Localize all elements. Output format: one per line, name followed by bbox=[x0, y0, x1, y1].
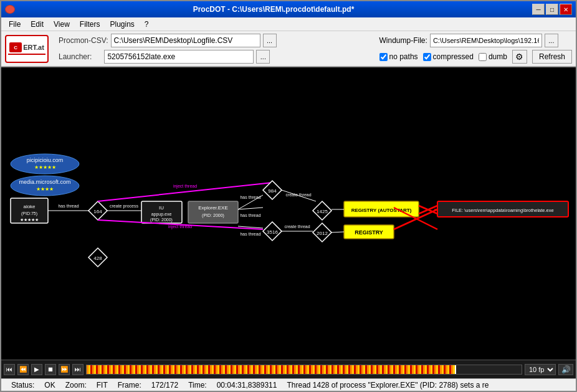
svg-rect-1 bbox=[1, 67, 576, 148]
window-title: ProcDOT - C:\Users\REM\.procdot\default.… bbox=[15, 5, 532, 14]
compressed-checkbox[interactable] bbox=[423, 53, 431, 61]
time-value: 00:04:31,8389311 bbox=[212, 381, 282, 390]
dumb-label: dumb bbox=[489, 52, 507, 61]
zoom-value: FIT bbox=[92, 381, 113, 390]
timeline-play-button[interactable]: ▶ bbox=[31, 364, 42, 375]
svg-text:appup.exe: appup.exe bbox=[151, 212, 172, 217]
title-bar: ProcDOT - C:\Users\REM\.procdot\default.… bbox=[1, 1, 576, 17]
svg-text:REGISTRY: REGISTRY bbox=[355, 229, 383, 236]
status-label: Status: bbox=[6, 381, 39, 390]
right-controls: Windump-File: ... no paths compressed du… bbox=[379, 34, 572, 64]
close-button[interactable]: ✕ bbox=[560, 4, 572, 15]
timeline-cursor bbox=[455, 365, 456, 374]
no-paths-label: no paths bbox=[389, 52, 418, 61]
svg-text:aloke: aloke bbox=[23, 204, 36, 209]
svg-text:428: 428 bbox=[93, 256, 102, 261]
compressed-group: compressed bbox=[423, 52, 474, 61]
graph-svg: picipicioiu.com ★★★★★ media.microsoft.co… bbox=[1, 67, 576, 348]
menu-edit[interactable]: Edit bbox=[26, 19, 49, 30]
procmon-row: Procmon-CSV: ... bbox=[59, 34, 277, 47]
fps-select[interactable]: 10 fps 5 fps 15 fps 20 fps 25 fps 30 fps bbox=[525, 364, 556, 375]
svg-text:2012: 2012 bbox=[317, 231, 328, 236]
svg-text:(PID: 2000): (PID: 2000) bbox=[150, 218, 173, 222]
svg-text:(PID:75): (PID:75) bbox=[21, 211, 37, 216]
timeline-progress bbox=[87, 365, 456, 374]
svg-text:(PID: 2000): (PID: 2000) bbox=[202, 213, 224, 218]
svg-text:984: 984 bbox=[268, 188, 277, 194]
maximize-button[interactable]: □ bbox=[546, 4, 558, 15]
svg-text:FILE: \users\rem\appdata\roami: FILE: \users\rem\appdata\roaming\brothel… bbox=[452, 208, 553, 213]
procmon-browse-button[interactable]: ... bbox=[263, 34, 277, 47]
logo-area: C ERT.at bbox=[5, 35, 49, 63]
svg-text:Explorer.EXE: Explorer.EXE bbox=[198, 205, 228, 211]
svg-text:has thread: has thread bbox=[240, 195, 260, 199]
refresh-button[interactable]: Refresh bbox=[532, 50, 572, 64]
compressed-label: compressed bbox=[433, 52, 474, 61]
svg-text:★★★★★: ★★★★★ bbox=[20, 218, 39, 222]
svg-text:1425: 1425 bbox=[317, 209, 328, 214]
svg-text:picipicioiu.com: picipicioiu.com bbox=[27, 157, 64, 163]
svg-text:★★★★★: ★★★★★ bbox=[34, 165, 56, 170]
status-value: OK bbox=[39, 381, 60, 390]
windump-input[interactable] bbox=[430, 34, 542, 47]
thread-info: Thread 1428 of process "Explorer.EXE" (P… bbox=[282, 381, 494, 390]
svg-text:create thread: create thread bbox=[284, 224, 310, 229]
procmon-input[interactable] bbox=[111, 34, 260, 47]
minimize-button[interactable]: ─ bbox=[532, 4, 545, 15]
timeline-next-button[interactable]: ⏩ bbox=[59, 364, 70, 375]
svg-text:create process: create process bbox=[110, 204, 138, 209]
canvas-area[interactable]: picipicioiu.com ★★★★★ media.microsoft.co… bbox=[1, 67, 576, 360]
window-controls: ─ □ ✕ bbox=[532, 4, 572, 15]
svg-text:media.microsoft.com: media.microsoft.com bbox=[19, 179, 70, 185]
svg-text:inject thread: inject thread bbox=[168, 224, 192, 229]
svg-text:has thread: has thread bbox=[58, 204, 79, 208]
volume-button[interactable]: 🔊 bbox=[558, 364, 573, 375]
menu-bar: File Edit View Filters Plugins ? bbox=[1, 17, 576, 31]
svg-text:create thread: create thread bbox=[285, 193, 311, 197]
launcher-label: Launcher: bbox=[59, 52, 92, 61]
dumb-group: dumb bbox=[479, 52, 507, 61]
windump-row: Windump-File: ... bbox=[379, 34, 572, 47]
status-bar: Status: OK Zoom: FIT Frame: 172/172 Time… bbox=[1, 378, 576, 391]
options-row: no paths compressed dumb ⚙ Refresh bbox=[379, 50, 572, 64]
title-bar-icon bbox=[5, 5, 15, 14]
timeline-track[interactable] bbox=[86, 365, 522, 375]
menu-filters[interactable]: Filters bbox=[75, 19, 105, 30]
launcher-browse-button[interactable]: ... bbox=[256, 50, 270, 64]
menu-view[interactable]: View bbox=[49, 19, 75, 30]
frame-label: Frame: bbox=[113, 381, 146, 390]
no-paths-checkbox[interactable] bbox=[379, 53, 388, 61]
no-paths-group: no paths bbox=[379, 52, 418, 61]
svg-text:has thread: has thread bbox=[240, 213, 260, 218]
main-window: ProcDOT - C:\Users\REM\.procdot\default.… bbox=[0, 0, 577, 392]
svg-text:IU: IU bbox=[159, 205, 164, 211]
menu-file[interactable]: File bbox=[4, 19, 26, 30]
settings-button[interactable]: ⚙ bbox=[512, 50, 527, 64]
timeline-prev-button[interactable]: ⏪ bbox=[17, 364, 29, 375]
windump-label: Windump-File: bbox=[379, 36, 427, 45]
svg-rect-62 bbox=[1, 273, 576, 348]
launcher-row: Launcher: ... bbox=[59, 50, 277, 64]
time-label: Time: bbox=[183, 381, 212, 390]
menu-help[interactable]: ? bbox=[140, 19, 154, 30]
windump-browse-button[interactable]: ... bbox=[545, 34, 558, 47]
menu-plugins[interactable]: Plugins bbox=[105, 19, 140, 30]
svg-text:★★★★: ★★★★ bbox=[36, 186, 54, 192]
launcher-input[interactable] bbox=[104, 50, 254, 64]
svg-text:inject thread: inject thread bbox=[173, 184, 197, 189]
timeline-to-start-button[interactable]: ⏮ bbox=[4, 364, 15, 375]
procmon-label: Procmon-CSV: bbox=[59, 36, 108, 45]
form-area: Procmon-CSV: ... Launcher: ... bbox=[59, 34, 277, 64]
dumb-checkbox[interactable] bbox=[479, 53, 487, 61]
timeline-stop-button[interactable]: ⏹ bbox=[45, 364, 56, 375]
zoom-label: Zoom: bbox=[60, 381, 92, 390]
frame-value: 172/172 bbox=[146, 381, 183, 390]
toolbar: C ERT.at Procmon-CSV: ... Launcher: ... bbox=[1, 31, 576, 67]
svg-text:3516: 3516 bbox=[267, 229, 278, 235]
svg-text:164: 164 bbox=[93, 209, 102, 214]
svg-text:has thread: has thread bbox=[240, 232, 260, 236]
timeline-bar: ⏮ ⏪ ▶ ⏹ ⏩ ⏭ 10 fps 5 fps 15 fps 20 fps 2… bbox=[1, 360, 576, 378]
timeline-to-end-button[interactable]: ⏭ bbox=[72, 364, 83, 375]
